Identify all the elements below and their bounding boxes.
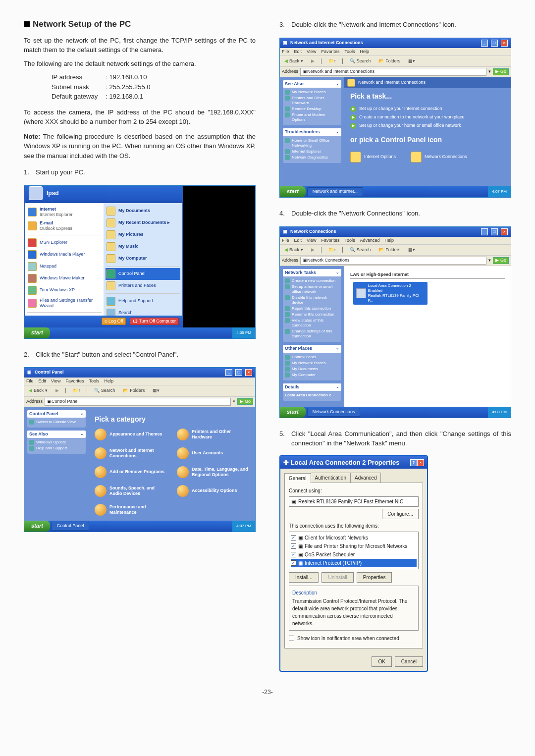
side-item[interactable]: Home or Small Office Networking — [285, 138, 339, 148]
cp-icon-2[interactable]: Network Connections — [411, 152, 467, 162]
go-button[interactable]: ▶ Go — [237, 398, 253, 405]
start-button[interactable]: start — [280, 407, 306, 418]
menu-view[interactable]: View — [307, 238, 316, 243]
r-control-panel[interactable]: Control Panel — [106, 268, 180, 280]
tab-auth[interactable]: Authentication — [311, 473, 351, 483]
menu-help[interactable]: Help — [360, 49, 369, 54]
up-button[interactable]: 📁↑ — [326, 57, 339, 65]
minimize-button[interactable]: _ — [225, 369, 232, 376]
mru-4[interactable]: Tour Windows XP — [27, 284, 102, 296]
side-item[interactable]: Phone and Modem Options — [285, 112, 339, 122]
cat-performance[interactable]: Performance and Maintenance — [95, 504, 167, 516]
side-item[interactable]: Control Panel — [285, 355, 339, 360]
side-item[interactable]: Printers and Other Hardware — [285, 96, 339, 106]
cat-users[interactable]: User Accounts — [177, 447, 249, 459]
cat-addremove[interactable]: Add or Remove Programs — [95, 466, 167, 478]
side-item[interactable]: My Documents — [285, 367, 339, 372]
close-button[interactable]: × — [501, 228, 508, 235]
side-item[interactable]: Help and Support — [29, 446, 84, 451]
close-button[interactable]: × — [417, 459, 424, 466]
taskbar-button[interactable]: Network and Internet... — [307, 187, 363, 196]
email-item[interactable]: E-mailOutlook Express — [27, 219, 102, 233]
help-button[interactable]: ? — [410, 459, 417, 466]
back-button[interactable]: ◀Back▾ — [282, 246, 306, 254]
install-button[interactable]: Install... — [289, 572, 319, 583]
cat-appearance[interactable]: Appearance and Themes — [95, 429, 167, 440]
menu-adv[interactable]: Advanced — [360, 238, 379, 243]
start-menu[interactable]: InternetInternet Explorer E-mailOutlook … — [24, 203, 183, 327]
search-button[interactable]: 🔍Search — [347, 57, 374, 65]
address-field[interactable]: ▣Network Connections — [300, 257, 486, 265]
back-button[interactable]: ◀Back▾ — [282, 57, 306, 65]
properties-button[interactable]: Properties — [357, 572, 392, 583]
go-button[interactable]: ▶ Go — [493, 68, 509, 75]
menu-tools[interactable]: Tools — [344, 238, 355, 243]
checkbox[interactable]: ✓ — [291, 535, 296, 540]
task-3[interactable]: ▶Set up or change your home or small off… — [350, 123, 505, 129]
side-item[interactable]: Switch to Classic View — [29, 420, 84, 425]
menu-tools[interactable]: Tools — [89, 378, 99, 384]
search-button[interactable]: 🔍Search — [347, 246, 374, 254]
components-list[interactable]: ✓▣Client for Microsoft Networks ✓▣File a… — [289, 532, 419, 569]
taskbar-button[interactable]: Control Panel — [52, 522, 90, 531]
folders-button[interactable]: 📂Folders — [376, 246, 403, 254]
logoff-button[interactable]: ⎋Log Off — [102, 318, 126, 325]
start-button[interactable]: start — [24, 327, 50, 338]
menubar[interactable]: File Edit View Favorites Tools Help — [24, 378, 255, 385]
show-icon-checkbox[interactable] — [289, 636, 294, 641]
forward-button[interactable]: ▶ — [309, 246, 317, 254]
search-button[interactable]: 🔍Search — [92, 387, 118, 394]
mru-1[interactable]: Windows Media Player — [27, 249, 102, 261]
menu-edit[interactable]: Edit — [39, 378, 47, 384]
views-button[interactable]: ▦▾ — [150, 387, 162, 394]
cancel-button[interactable]: Cancel — [395, 656, 423, 667]
tab-adv[interactable]: Advanced — [350, 473, 381, 483]
side-item[interactable]: Repair this connection — [285, 306, 339, 311]
side-item[interactable]: Rename this connection — [285, 312, 339, 317]
cat-date[interactable]: Date, Time, Language, and Regional Optio… — [177, 466, 249, 478]
go-button[interactable]: ▶ Go — [493, 257, 509, 264]
turnoff-button[interactable]: ⏻Turn Off Computer — [130, 318, 179, 325]
side-item[interactable]: Create a new connection — [285, 278, 339, 283]
folders-button[interactable]: 📂Folders — [376, 57, 403, 65]
task-1[interactable]: ▶Set up or change your Internet connecti… — [350, 106, 505, 112]
menu-file[interactable]: File — [282, 49, 289, 54]
back-button[interactable]: ◀Back▾ — [26, 387, 50, 394]
ok-button[interactable]: OK — [372, 656, 391, 667]
folders-button[interactable]: 📂Folders — [120, 387, 147, 394]
r-6[interactable]: Printers and Faxes — [106, 280, 180, 292]
configure-button[interactable]: Configure... — [382, 509, 419, 519]
start-button[interactable]: start — [280, 186, 306, 197]
mru-5[interactable]: Files and Settings Transfer Wizard — [27, 296, 102, 311]
menu-view[interactable]: View — [51, 378, 60, 384]
side-item[interactable]: Disable this network device — [285, 295, 339, 305]
lan-connection-item[interactable]: Local Area Connection 2EnabledRealtek RT… — [353, 282, 428, 305]
side-item[interactable]: My Network Places — [285, 90, 339, 95]
menu-view[interactable]: View — [307, 49, 316, 54]
taskbar-button[interactable]: Network Connections — [307, 408, 361, 417]
internet-item[interactable]: InternetInternet Explorer — [27, 205, 102, 219]
side-item[interactable]: Internet Explorer — [285, 149, 339, 154]
minimize-button[interactable]: _ — [481, 40, 488, 47]
maximize-button[interactable]: □ — [491, 228, 498, 235]
uninstall-button[interactable]: Uninstall — [321, 572, 353, 583]
start-button[interactable]: start — [24, 521, 50, 532]
menu-file[interactable]: File — [26, 378, 34, 384]
mru-0[interactable]: MSN Explorer — [27, 237, 102, 249]
menu-help[interactable]: Help — [384, 238, 394, 243]
forward-button[interactable]: ▶ — [309, 57, 317, 65]
side-item[interactable]: My Network Places — [285, 361, 339, 366]
menu-fav[interactable]: Favorites — [65, 378, 84, 384]
task-2[interactable]: ▶Create a connection to the network at y… — [350, 114, 505, 120]
menu-fav[interactable]: Favorites — [321, 238, 339, 243]
cat-network[interactable]: Network and Internet Connections — [95, 447, 167, 459]
checkbox[interactable]: ✓ — [291, 552, 296, 557]
views-button[interactable]: ▦▾ — [406, 246, 418, 254]
address-field[interactable]: ▣Control Panel — [45, 398, 231, 406]
checkbox[interactable]: ✓ — [291, 543, 296, 549]
side-item[interactable]: Change settings of this connection — [285, 329, 339, 339]
menu-help[interactable]: Help — [104, 378, 113, 384]
side-item[interactable]: Network Diagnostics — [285, 155, 339, 160]
cat-sounds[interactable]: Sounds, Speech, and Audio Devices — [95, 485, 167, 497]
r-2[interactable]: My Pictures — [106, 229, 180, 241]
